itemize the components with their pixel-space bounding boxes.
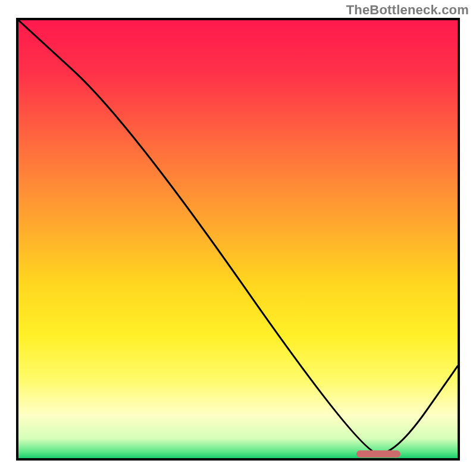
plot-area: [16, 18, 460, 461]
chart-frame: TheBottleneck.com: [0, 0, 476, 476]
optimal-range-marker: [356, 450, 400, 458]
gradient-background: [18, 20, 458, 458]
plot-svg: [18, 20, 458, 458]
watermark-label: TheBottleneck.com: [346, 2, 469, 18]
